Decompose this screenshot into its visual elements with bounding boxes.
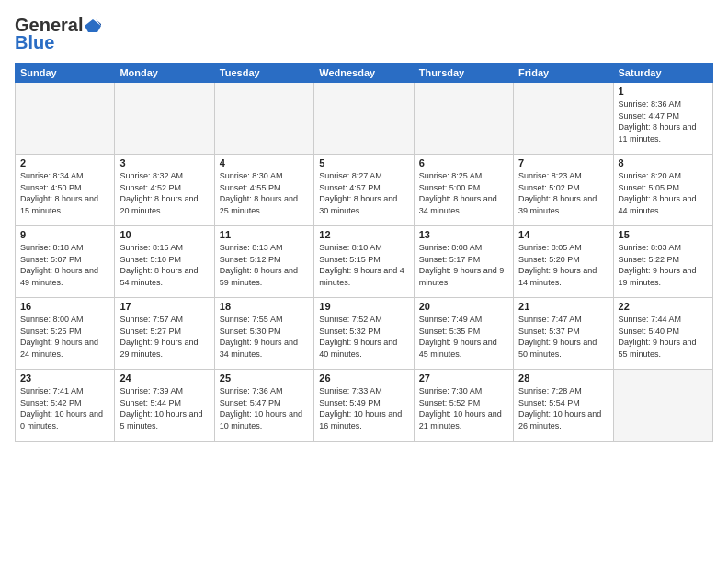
calendar-cell: 23Sunrise: 7:41 AM Sunset: 5:42 PM Dayli… — [16, 370, 115, 442]
calendar-cell: 20Sunrise: 7:49 AM Sunset: 5:35 PM Dayli… — [414, 298, 513, 370]
day-info: Sunrise: 8:32 AM Sunset: 4:52 PM Dayligh… — [119, 170, 209, 216]
day-info: Sunrise: 8:05 AM Sunset: 5:20 PM Dayligh… — [518, 242, 608, 288]
logo-icon — [85, 17, 101, 34]
day-info: Sunrise: 8:34 AM Sunset: 4:50 PM Dayligh… — [20, 170, 109, 216]
calendar-week-row: 23Sunrise: 7:41 AM Sunset: 5:42 PM Dayli… — [16, 370, 713, 442]
day-number: 12 — [319, 229, 408, 240]
calendar-cell: 4Sunrise: 8:30 AM Sunset: 4:55 PM Daylig… — [214, 155, 313, 226]
day-info: Sunrise: 8:10 AM Sunset: 5:15 PM Dayligh… — [319, 242, 408, 288]
calendar-cell: 1Sunrise: 8:36 AM Sunset: 4:47 PM Daylig… — [613, 83, 712, 155]
calendar-cell: 7Sunrise: 8:23 AM Sunset: 5:02 PM Daylig… — [514, 155, 613, 226]
day-info: Sunrise: 7:41 AM Sunset: 5:42 PM Dayligh… — [20, 385, 109, 431]
day-info: Sunrise: 7:44 AM Sunset: 5:40 PM Dayligh… — [619, 314, 708, 360]
day-number: 22 — [619, 301, 708, 312]
day-info: Sunrise: 8:36 AM Sunset: 4:47 PM Dayligh… — [619, 98, 708, 144]
day-number: 10 — [119, 229, 209, 240]
header: General Blue — [15, 15, 713, 53]
calendar-cell: 2Sunrise: 8:34 AM Sunset: 4:50 PM Daylig… — [16, 155, 115, 226]
calendar-weekday: Monday — [115, 63, 214, 83]
day-info: Sunrise: 7:33 AM Sunset: 5:49 PM Dayligh… — [319, 385, 408, 431]
logo: General Blue — [15, 15, 101, 53]
day-number: 17 — [119, 301, 209, 312]
calendar-cell — [314, 83, 414, 155]
day-info: Sunrise: 8:23 AM Sunset: 5:02 PM Dayligh… — [518, 170, 608, 216]
day-info: Sunrise: 8:00 AM Sunset: 5:25 PM Dayligh… — [20, 314, 109, 360]
day-info: Sunrise: 8:20 AM Sunset: 5:05 PM Dayligh… — [619, 170, 708, 216]
calendar-cell: 24Sunrise: 7:39 AM Sunset: 5:44 PM Dayli… — [115, 370, 214, 442]
day-number: 15 — [619, 229, 708, 240]
day-number: 28 — [518, 373, 608, 384]
day-number: 25 — [220, 373, 309, 384]
calendar-cell: 26Sunrise: 7:33 AM Sunset: 5:49 PM Dayli… — [314, 370, 414, 442]
calendar-header-row: SundayMondayTuesdayWednesdayThursdayFrid… — [16, 63, 713, 83]
calendar-cell: 8Sunrise: 8:20 AM Sunset: 5:05 PM Daylig… — [613, 155, 712, 226]
day-number: 20 — [419, 301, 508, 312]
day-info: Sunrise: 7:39 AM Sunset: 5:44 PM Dayligh… — [119, 385, 209, 431]
calendar-weekday: Thursday — [414, 63, 513, 83]
calendar-cell: 17Sunrise: 7:57 AM Sunset: 5:27 PM Dayli… — [115, 298, 214, 370]
day-number: 11 — [220, 229, 309, 240]
day-info: Sunrise: 7:57 AM Sunset: 5:27 PM Dayligh… — [119, 314, 209, 360]
calendar-cell: 22Sunrise: 7:44 AM Sunset: 5:40 PM Dayli… — [613, 298, 712, 370]
day-number: 7 — [518, 157, 608, 168]
calendar: SundayMondayTuesdayWednesdayThursdayFrid… — [15, 63, 713, 442]
calendar-week-row: 16Sunrise: 8:00 AM Sunset: 5:25 PM Dayli… — [16, 298, 713, 370]
logo-blue-text: Blue — [15, 32, 54, 53]
day-number: 2 — [20, 157, 109, 168]
calendar-cell: 15Sunrise: 8:03 AM Sunset: 5:22 PM Dayli… — [613, 226, 712, 298]
day-number: 18 — [220, 301, 309, 312]
day-number: 5 — [319, 157, 408, 168]
day-number: 8 — [619, 157, 708, 168]
calendar-cell — [16, 83, 115, 155]
calendar-cell — [613, 370, 712, 442]
day-info: Sunrise: 7:28 AM Sunset: 5:54 PM Dayligh… — [518, 385, 608, 431]
day-info: Sunrise: 7:30 AM Sunset: 5:52 PM Dayligh… — [419, 385, 508, 431]
calendar-cell: 19Sunrise: 7:52 AM Sunset: 5:32 PM Dayli… — [314, 298, 414, 370]
calendar-cell: 13Sunrise: 8:08 AM Sunset: 5:17 PM Dayli… — [414, 226, 513, 298]
day-info: Sunrise: 7:36 AM Sunset: 5:47 PM Dayligh… — [220, 385, 309, 431]
day-info: Sunrise: 8:08 AM Sunset: 5:17 PM Dayligh… — [419, 242, 508, 288]
day-number: 23 — [20, 373, 109, 384]
calendar-cell: 14Sunrise: 8:05 AM Sunset: 5:20 PM Dayli… — [514, 226, 613, 298]
calendar-weekday: Wednesday — [314, 63, 414, 83]
calendar-cell — [115, 83, 214, 155]
calendar-cell: 16Sunrise: 8:00 AM Sunset: 5:25 PM Dayli… — [16, 298, 115, 370]
calendar-weekday: Saturday — [613, 63, 712, 83]
svg-marker-0 — [85, 19, 101, 32]
calendar-cell — [214, 83, 313, 155]
day-number: 4 — [220, 157, 309, 168]
day-info: Sunrise: 8:25 AM Sunset: 5:00 PM Dayligh… — [419, 170, 508, 216]
calendar-cell: 5Sunrise: 8:27 AM Sunset: 4:57 PM Daylig… — [314, 155, 414, 226]
calendar-cell: 18Sunrise: 7:55 AM Sunset: 5:30 PM Dayli… — [214, 298, 313, 370]
calendar-weekday: Tuesday — [214, 63, 313, 83]
day-info: Sunrise: 8:27 AM Sunset: 4:57 PM Dayligh… — [319, 170, 408, 216]
day-info: Sunrise: 7:52 AM Sunset: 5:32 PM Dayligh… — [319, 314, 408, 360]
day-number: 3 — [119, 157, 209, 168]
calendar-cell: 12Sunrise: 8:10 AM Sunset: 5:15 PM Dayli… — [314, 226, 414, 298]
day-info: Sunrise: 8:15 AM Sunset: 5:10 PM Dayligh… — [119, 242, 209, 288]
calendar-weekday: Sunday — [16, 63, 115, 83]
day-info: Sunrise: 8:30 AM Sunset: 4:55 PM Dayligh… — [220, 170, 309, 216]
calendar-cell: 3Sunrise: 8:32 AM Sunset: 4:52 PM Daylig… — [115, 155, 214, 226]
day-number: 27 — [419, 373, 508, 384]
day-number: 16 — [20, 301, 109, 312]
day-number: 19 — [319, 301, 408, 312]
day-info: Sunrise: 7:49 AM Sunset: 5:35 PM Dayligh… — [419, 314, 508, 360]
day-info: Sunrise: 8:18 AM Sunset: 5:07 PM Dayligh… — [20, 242, 109, 288]
calendar-cell — [414, 83, 513, 155]
calendar-cell: 27Sunrise: 7:30 AM Sunset: 5:52 PM Dayli… — [414, 370, 513, 442]
day-info: Sunrise: 7:55 AM Sunset: 5:30 PM Dayligh… — [220, 314, 309, 360]
calendar-week-row: 9Sunrise: 8:18 AM Sunset: 5:07 PM Daylig… — [16, 226, 713, 298]
day-number: 21 — [518, 301, 608, 312]
calendar-week-row: 2Sunrise: 8:34 AM Sunset: 4:50 PM Daylig… — [16, 155, 713, 226]
calendar-cell: 6Sunrise: 8:25 AM Sunset: 5:00 PM Daylig… — [414, 155, 513, 226]
calendar-cell: 21Sunrise: 7:47 AM Sunset: 5:37 PM Dayli… — [514, 298, 613, 370]
calendar-cell — [514, 83, 613, 155]
day-number: 9 — [20, 229, 109, 240]
day-number: 14 — [518, 229, 608, 240]
day-info: Sunrise: 8:03 AM Sunset: 5:22 PM Dayligh… — [619, 242, 708, 288]
calendar-cell: 10Sunrise: 8:15 AM Sunset: 5:10 PM Dayli… — [115, 226, 214, 298]
calendar-weekday: Friday — [514, 63, 613, 83]
day-info: Sunrise: 7:47 AM Sunset: 5:37 PM Dayligh… — [518, 314, 608, 360]
day-number: 24 — [119, 373, 209, 384]
